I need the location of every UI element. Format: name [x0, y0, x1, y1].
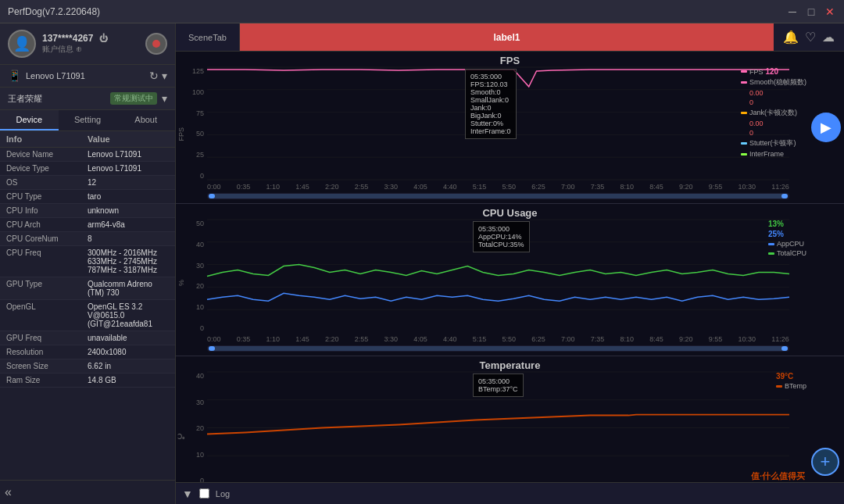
info-row: CPU Typetaro [0, 190, 175, 204]
title-bar: PerfDog(v7.2.220648) ─ □ ✕ [0, 0, 844, 23]
fps-svg [207, 67, 789, 180]
device-info-table: Info Value Device NameLenovo L71091Devic… [0, 131, 175, 480]
fps-x-axis: 0:00 0:35 1:10 1:45 2:20 2:55 3:30 4:05 … [207, 183, 789, 191]
scene-label1: label1 [240, 23, 774, 51]
fps-chart-inner [207, 67, 789, 180]
info-row: Screen Size6.62 in [0, 359, 175, 374]
fps-y-unit: FPS [177, 127, 185, 141]
temp-chart-inner [207, 372, 789, 482]
right-panel: SceneTab label1 🔔 ♡ ☁ FPS ▶ 125 100 [176, 23, 844, 504]
info-row: Device NameLenovo L71091 [0, 148, 175, 162]
info-row: GPU TypeQualcomm Adreno (TM) 730 [0, 277, 175, 300]
user-info: 137****4267 ⏻ 账户信息 ⊕ [42, 33, 139, 55]
scene-tab[interactable]: SceneTab [176, 23, 240, 51]
heart-icon[interactable]: ♡ [805, 30, 816, 45]
bottom-bar: ▼ Log [176, 482, 844, 504]
cpu-y-axis: 50 40 30 20 10 0 [176, 220, 207, 332]
play-button[interactable]: ▶ [811, 113, 841, 142]
maximize-button[interactable]: □ [805, 5, 817, 18]
log-checkbox[interactable] [199, 488, 209, 499]
info-row: CPU Infounknown [0, 204, 175, 218]
charts-area: FPS ▶ 125 100 75 50 25 0 FPS [176, 52, 844, 482]
main-layout: 👤 137****4267 ⏻ 账户信息 ⊕ 📱 Lenovo L71091 ↻… [0, 23, 844, 504]
app-name: 王者荣耀 [8, 93, 106, 105]
cloud-icon[interactable]: ☁ [822, 30, 835, 45]
fps-chart: FPS ▶ 125 100 75 50 25 0 FPS [176, 52, 844, 204]
info-row: CPU Freq300MHz - 2016MHz 633MHz - 2745MH… [0, 246, 175, 277]
device-icon: 📱 [8, 70, 21, 82]
sidebar-tabs: Device Setting About [0, 110, 175, 131]
info-row: CPU Archarm64-v8a [0, 218, 175, 232]
cpu-x-axis: 0:00 0:35 1:10 1:45 2:20 2:55 3:30 4:05 … [207, 335, 789, 343]
scene-tab-bar: SceneTab label1 🔔 ♡ ☁ [176, 23, 844, 52]
down-icon[interactable]: ▼ [182, 488, 193, 500]
window-controls: ─ □ ✕ [786, 5, 836, 18]
user-sub: 账户信息 ⊕ [42, 44, 139, 55]
tab-device[interactable]: Device [0, 110, 59, 130]
minimize-button[interactable]: ─ [786, 5, 799, 18]
device-buttons: ↻ ▾ [149, 70, 167, 82]
info-row: OS12 [0, 176, 175, 190]
app-badge: 常规测试中 [110, 92, 157, 105]
app-selector: 王者荣耀 常规测试中 ▾ [0, 88, 175, 110]
sidebar: 👤 137****4267 ⏻ 账户信息 ⊕ 📱 Lenovo L71091 ↻… [0, 23, 176, 504]
temp-legend: 39°C BTemp [776, 372, 806, 390]
fps-y-axis: 125 100 75 50 25 0 [176, 67, 207, 180]
temp-svg [207, 372, 789, 482]
avatar: 👤 [8, 30, 36, 58]
user-name: 137****4267 ⏻ [42, 33, 139, 44]
info-row: Resolution2400x1080 [0, 345, 175, 359]
temp-chart: Temperature 40 30 20 10 0 ℃ [176, 356, 844, 482]
sidebar-header: 👤 137****4267 ⏻ 账户信息 ⊕ [0, 23, 175, 65]
temp-y-axis: 40 30 20 10 0 [176, 372, 207, 482]
tab-about[interactable]: About [116, 110, 175, 130]
scene-icons: 🔔 ♡ ☁ [774, 23, 844, 51]
chevron-down-icon[interactable]: ▾ [162, 70, 167, 82]
info-row: Ram Size14.8 GB [0, 374, 175, 388]
refresh-icon[interactable]: ↻ [149, 70, 159, 82]
app-title: PerfDog(v7.2.220648) [8, 6, 100, 17]
device-name-selector: Lenovo L71091 [26, 71, 145, 80]
cpu-chart-title: CPU Usage [482, 207, 537, 219]
fps-chart-title: FPS [500, 55, 520, 66]
info-row: Device TypeLenovo L71091 [0, 162, 175, 176]
close-button[interactable]: ✕ [824, 5, 836, 18]
info-row: CPU CoreNum8 [0, 232, 175, 246]
record-dot [152, 40, 160, 48]
temp-y-unit: ℃ [177, 432, 185, 440]
record-button[interactable] [145, 33, 167, 55]
cpu-chart: CPU Usage 50 40 30 20 10 0 % [176, 204, 844, 356]
sidebar-footer: « [0, 480, 175, 504]
fps-legend-dot [741, 70, 747, 73]
collapse-icon[interactable]: « [5, 485, 12, 499]
value-col-header: Value [88, 134, 169, 144]
info-table-header: Info Value [0, 131, 175, 148]
cpu-chart-inner [207, 220, 789, 332]
fps-play-area: ▶ [811, 113, 841, 142]
device-selector: 📱 Lenovo L71091 ↻ ▾ [0, 65, 175, 88]
info-col-header: Info [6, 134, 88, 144]
cpu-svg [207, 220, 789, 332]
fps-scrollbar[interactable] [207, 193, 789, 199]
info-row: OpenGLOpenGL ES 3.2 V@0615.0 (GIT@21eaaf… [0, 300, 175, 331]
app-chevron-icon[interactable]: ▾ [162, 92, 167, 105]
cpu-legend: 13% 25% AppCPU TotalCPU [768, 220, 806, 257]
info-row: GPU Frequnavailable [0, 331, 175, 345]
cpu-scrollbar[interactable] [207, 345, 789, 352]
tab-setting[interactable]: Setting [59, 110, 117, 130]
temp-chart-title: Temperature [480, 359, 541, 371]
notification-icon[interactable]: 🔔 [783, 30, 799, 45]
log-label: Log [216, 489, 230, 499]
fps-legend: FPS 120 Smooth(稳帧频数) 0.00 0 Jank(卡顿次数) 0… [741, 67, 806, 158]
fab-button[interactable]: + [811, 448, 839, 476]
cpu-y-unit: % [177, 280, 185, 286]
